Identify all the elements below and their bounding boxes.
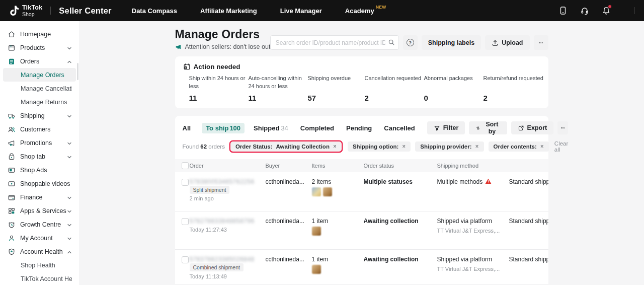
- chip-shipping-provider[interactable]: Shipping provider: ×: [415, 141, 484, 152]
- tab-pending[interactable]: Pending: [346, 124, 372, 132]
- top-navbar: TikTok Shop Seller Center Data Compass A…: [0, 0, 644, 21]
- sidebar-item-shipping[interactable]: Shipping: [0, 109, 79, 122]
- tab-shipped[interactable]: Shipped34: [254, 124, 288, 132]
- tab-to-ship[interactable]: To ship100: [202, 123, 245, 133]
- warning-icon: [485, 178, 492, 184]
- export-button[interactable]: Export: [511, 121, 554, 134]
- item-thumbnail: [312, 227, 321, 236]
- chip-order-contents[interactable]: Order contents: ×: [489, 141, 549, 152]
- sort-arrows-icon: [475, 125, 480, 131]
- sidebar-item-customers[interactable]: Customers: [0, 122, 79, 136]
- sidebar-item-manage-orders[interactable]: Manage Orders: [3, 68, 76, 82]
- items-count: 1 item: [312, 256, 329, 263]
- shop-bag-icon: [8, 153, 16, 161]
- row-checkbox[interactable]: [182, 218, 189, 225]
- upload-button[interactable]: Upload: [485, 35, 529, 50]
- sidebar-item-shoppable-videos[interactable]: Shoppable videos: [0, 177, 79, 190]
- chip-shipping-option[interactable]: Shipping option: ×: [348, 141, 411, 152]
- promotions-megaphone-icon: [8, 139, 16, 147]
- sidebar-item-manage-returns[interactable]: Manage Returns: [0, 95, 79, 109]
- tab-cancelled[interactable]: Cancelled: [384, 124, 415, 132]
- logo-line1: TikTok: [22, 5, 42, 11]
- shipping-provider-detail: TT Virtual J&T Express,...: [437, 266, 500, 272]
- stat-ship-24h: Ship within 24 hours or less 11: [189, 75, 247, 102]
- tab-completed[interactable]: Completed: [300, 124, 334, 132]
- tab-all[interactable]: All: [183, 124, 191, 132]
- growth-centre-icon: [8, 221, 16, 229]
- header-more-button[interactable]: ···: [534, 35, 548, 50]
- shipping-truck-icon: [8, 112, 16, 120]
- topnav-data-compass[interactable]: Data Compass: [132, 7, 177, 15]
- orders-panel: All To ship100 Shipped34 Completed Pendi…: [175, 116, 548, 285]
- sidebar-item-homepage[interactable]: Homepage: [0, 27, 79, 41]
- item-thumbnails: [312, 227, 321, 236]
- notification-badge: [608, 5, 612, 9]
- sidebar-item-growth-centre[interactable]: Growth Centre: [0, 218, 79, 231]
- filter-button[interactable]: Filter: [427, 121, 465, 134]
- close-icon[interactable]: ×: [333, 143, 337, 150]
- table-row[interactable]: 578378823385026848 Combined shipment Tod…: [175, 250, 548, 285]
- table-row[interactable]: 578380053465762256 Split shipment 2 min …: [175, 172, 548, 211]
- order-id-masked: 578378823385026848: [190, 256, 255, 263]
- support-headset-icon[interactable]: [580, 6, 589, 15]
- order-time: Today 11:13:49: [190, 273, 227, 279]
- select-all-checkbox[interactable]: [182, 162, 189, 169]
- sidebar-item-my-account[interactable]: My Account: [0, 231, 79, 245]
- help-icon: ?: [407, 39, 414, 46]
- shoppable-videos-icon: [8, 180, 16, 188]
- close-icon[interactable]: ×: [402, 143, 406, 150]
- sidebar-item-shop-ads[interactable]: Shop Ads: [0, 163, 79, 177]
- sidebar-collapse-handle[interactable]: [77, 63, 78, 80]
- finance-wallet-icon: [8, 193, 16, 201]
- ellipsis-icon: ···: [539, 40, 543, 46]
- search-input[interactable]: [270, 35, 399, 50]
- top-end-divider: [634, 7, 635, 14]
- item-thumbnails: [312, 187, 332, 196]
- sidebar-item-orders[interactable]: Orders: [0, 54, 79, 68]
- orders-clipboard-icon: [8, 57, 16, 65]
- action-needed-card: Action needed Ship within 24 hours or le…: [175, 56, 548, 108]
- buyer-name: ccthonlineda...: [266, 256, 304, 263]
- upload-icon: [492, 39, 499, 46]
- row-checkbox[interactable]: [182, 179, 189, 186]
- sidebar-item-products[interactable]: Products: [0, 41, 79, 54]
- shipping-labels-button[interactable]: Shipping labels: [422, 35, 481, 50]
- table-row[interactable]: 578278833848858796 Today 11:27:43 ccthon…: [175, 211, 548, 250]
- product-name[interactable]: Seller Center: [59, 6, 111, 16]
- help-button[interactable]: ?: [403, 35, 418, 50]
- sidebar-item-manage-cancellations[interactable]: Manage Cancellations: [0, 82, 79, 95]
- tiktok-shop-logo[interactable]: TikTok Shop: [9, 5, 42, 17]
- mobile-app-icon[interactable]: [558, 6, 568, 15]
- sidebar-item-finance[interactable]: Finance: [0, 190, 79, 204]
- shipping-method: Shipped via platform: [437, 256, 492, 263]
- table-more-button[interactable]: ···: [557, 121, 568, 134]
- sidebar: Homepage Products Orders Manage Orders M…: [0, 21, 79, 285]
- stat-cancellation-requested: Cancellation requested 2: [365, 75, 425, 102]
- chevron-down-icon: [67, 140, 72, 146]
- stat-abnormal-packages: Abnormal packages 0: [424, 75, 481, 102]
- sidebar-item-account-health[interactable]: Account Health: [0, 245, 79, 258]
- close-icon[interactable]: ×: [540, 143, 544, 150]
- chip-order-status[interactable]: Order Status: Awaiting Collection ×: [230, 141, 342, 152]
- sidebar-item-shop-tab[interactable]: Shop tab: [0, 150, 79, 163]
- found-orders-text: Found 62 orders: [183, 144, 225, 150]
- my-account-person-icon: [8, 234, 16, 242]
- sidebar-item-shop-health[interactable]: Shop Health: [0, 258, 79, 272]
- close-icon[interactable]: ×: [475, 143, 479, 150]
- sort-by-button[interactable]: Sort by: [469, 121, 507, 134]
- clear-all-link[interactable]: Clear all: [554, 140, 568, 153]
- search-icon[interactable]: [388, 39, 395, 46]
- topnav-academy[interactable]: Academy NEW: [345, 7, 374, 15]
- shipment-tag: Split shipment: [190, 186, 230, 194]
- sidebar-item-apps-services[interactable]: Apps & Services: [0, 204, 79, 218]
- stat-return-refund: Return/refund requested 2: [484, 75, 544, 102]
- buyer-name: ccthonlineda...: [266, 178, 304, 185]
- row-checkbox[interactable]: [182, 256, 189, 263]
- topnav-affiliate-marketing[interactable]: Affiliate Marketing: [200, 7, 257, 15]
- apps-grid-icon: [8, 207, 16, 215]
- notifications-bell-icon[interactable]: [602, 6, 611, 15]
- action-needed-title: Action needed: [194, 63, 240, 70]
- sidebar-item-promotions[interactable]: Promotions: [0, 136, 79, 150]
- sidebar-item-tiktok-account-health[interactable]: TikTok Account Health: [0, 272, 79, 285]
- topnav-live-manager[interactable]: Live Manager: [280, 7, 322, 15]
